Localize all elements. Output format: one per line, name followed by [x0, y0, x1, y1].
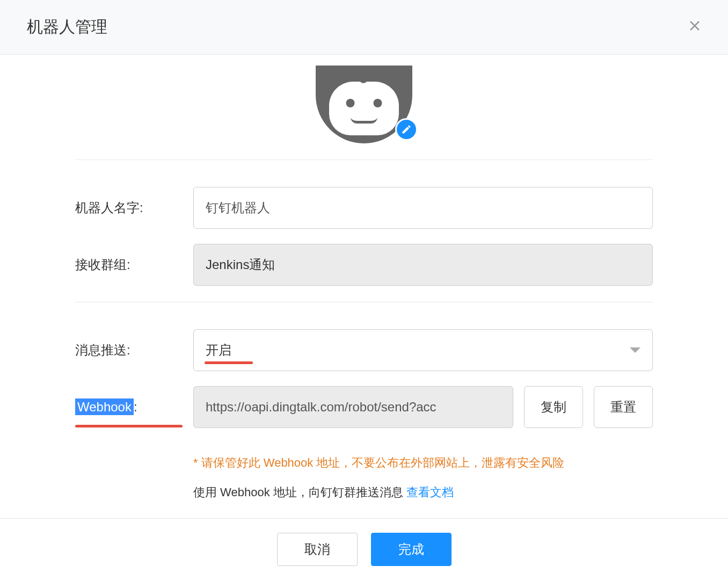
edit-avatar-button[interactable] — [395, 118, 418, 141]
close-icon[interactable] — [688, 19, 701, 35]
group-input — [193, 244, 653, 286]
modal-title: 机器人管理 — [27, 16, 107, 38]
group-row: 接收群组: — [75, 244, 653, 286]
divider — [75, 302, 653, 302]
avatar-section — [75, 66, 653, 143]
modal-content: 机器人名字: 接收群组: 消息推送: 开启 Webhook: 复制 重置 — [0, 55, 728, 522]
push-select-value: 开启 — [206, 342, 231, 359]
submit-button[interactable]: 完成 — [371, 533, 452, 566]
modal-footer: 取消 完成 — [0, 518, 728, 580]
pencil-icon — [401, 124, 412, 135]
group-label: 接收群组: — [75, 256, 183, 273]
webhook-label-highlight: Webhook — [75, 398, 134, 415]
push-label: 消息推送: — [75, 342, 183, 359]
robot-name-row: 机器人名字: — [75, 187, 653, 229]
webhook-input[interactable] — [193, 386, 513, 428]
divider — [75, 160, 653, 160]
cancel-button[interactable]: 取消 — [277, 533, 358, 566]
modal-header: 机器人管理 — [0, 0, 728, 55]
push-select[interactable]: 开启 — [193, 329, 653, 371]
hints: * 请保管好此 Webhook 地址，不要公布在外部网站上，泄露有安全风险 使用… — [193, 455, 653, 501]
robot-manage-modal: 机器人管理 机器人名字: 接收群组: — [0, 0, 728, 580]
copy-button[interactable]: 复制 — [524, 386, 583, 428]
webhook-row: Webhook: 复制 重置 — [75, 386, 653, 428]
robot-name-label: 机器人名字: — [75, 199, 183, 216]
chevron-down-icon — [630, 347, 640, 353]
webhook-warning-text: * 请保管好此 Webhook 地址，不要公布在外部网站上，泄露有安全风险 — [193, 455, 653, 471]
doc-link[interactable]: 查看文档 — [406, 485, 454, 499]
reset-button[interactable]: 重置 — [594, 386, 653, 428]
robot-name-input[interactable] — [193, 187, 653, 229]
webhook-info-text: 使用 Webhook 地址，向钉钉群推送消息 查看文档 — [193, 484, 653, 501]
push-row: 消息推送: 开启 — [75, 329, 653, 371]
webhook-label: Webhook: — [75, 400, 183, 415]
